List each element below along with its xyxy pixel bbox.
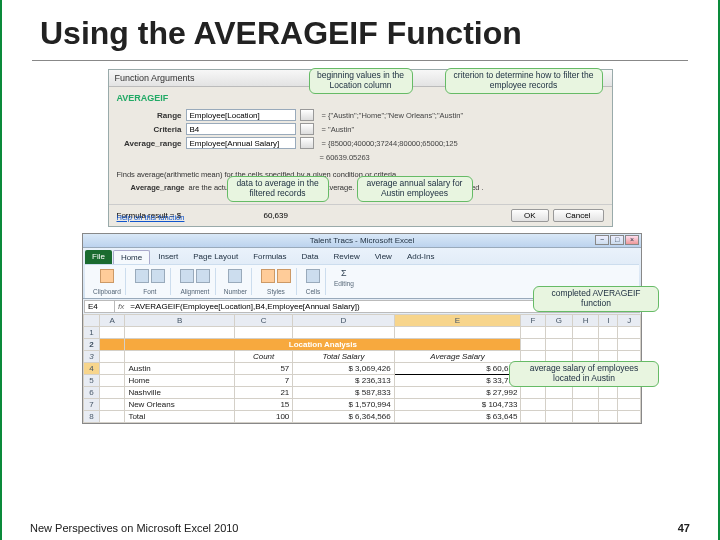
wrap-icon[interactable] [196,269,210,283]
paste-icon[interactable] [100,269,114,283]
callout-range: beginning values in the Location column [309,68,413,94]
function-name: AVERAGEIF [117,93,604,103]
range-refedit-button[interactable] [300,109,314,121]
fx-icon[interactable]: fx [115,302,127,311]
callout-result: average annual salary for Austin employe… [357,176,473,202]
tab-file[interactable]: File [85,250,112,264]
font-icon[interactable] [135,269,149,283]
cells-icon[interactable] [306,269,320,283]
title-rule [32,60,688,61]
footer-text: New Perspectives on Microsoft Excel 2010 [30,522,238,534]
criteria-result: = "Austin" [322,125,355,134]
criteria-refedit-button[interactable] [300,123,314,135]
avgrange-label: Average_range [117,139,182,148]
tab-review[interactable]: Review [326,250,366,264]
tab-addins[interactable]: Add-Ins [400,250,442,264]
range-result: = {"Austin";"Home";"New Orleans";"Austin… [322,111,464,120]
help-link[interactable]: Help on this function [117,213,185,222]
avgrange-refedit-button[interactable] [300,137,314,149]
avgrange-input[interactable]: Employee[Annual Salary] [186,137,296,149]
callout-avgrange: data to average in the filtered records [227,176,329,202]
maximize-icon[interactable]: □ [610,235,624,245]
table-header: Location Analysis [125,339,521,351]
page-number: 47 [678,522,690,534]
window-controls: − □ × [595,235,639,245]
criteria-input[interactable]: B4 [186,123,296,135]
slide-footer: New Perspectives on Microsoft Excel 2010… [30,522,690,534]
excel-window: Talent Tracs - Microsoft Excel − □ × Fil… [82,233,642,424]
range-input[interactable]: Employee[Location] [186,109,296,121]
callout-avg-austin: average salary of employees located in A… [509,361,659,387]
excel-titlebar: Talent Tracs - Microsoft Excel − □ × [83,234,641,248]
tab-home[interactable]: Home [113,250,150,264]
range-label: Range [117,111,182,120]
callout-criteria: criterion to determine how to filter the… [445,68,603,94]
criteria-label: Criteria [117,125,182,134]
tab-view[interactable]: View [368,250,399,264]
tab-pagelayout[interactable]: Page Layout [186,250,245,264]
function-arguments-dialog: Function Arguments AVERAGEIF Range Emplo… [108,69,613,227]
bold-icon[interactable] [151,269,165,283]
formula-result-value: 60,639 [263,211,287,220]
styles-icon[interactable] [261,269,275,283]
tab-formulas[interactable]: Formulas [246,250,293,264]
tab-insert[interactable]: Insert [151,250,185,264]
align-icon[interactable] [180,269,194,283]
minimize-icon[interactable]: − [595,235,609,245]
selected-cell: $ 60,639 [394,363,521,375]
number-icon[interactable] [228,269,242,283]
close-icon[interactable]: × [625,235,639,245]
callout-formula: completed AVERAGEIF function [533,286,659,312]
slide-title: Using the AVERAGEIF Function [2,0,718,60]
cancel-button[interactable]: Cancel [553,209,604,222]
result-value: = 60639.05263 [320,153,370,162]
name-box[interactable]: E4 [85,301,115,312]
avgrange-result: = {85000;40000;37244;80000;65000;125 [322,139,458,148]
format-icon[interactable] [277,269,291,283]
ok-button[interactable]: OK [511,209,549,222]
tab-data[interactable]: Data [295,250,326,264]
